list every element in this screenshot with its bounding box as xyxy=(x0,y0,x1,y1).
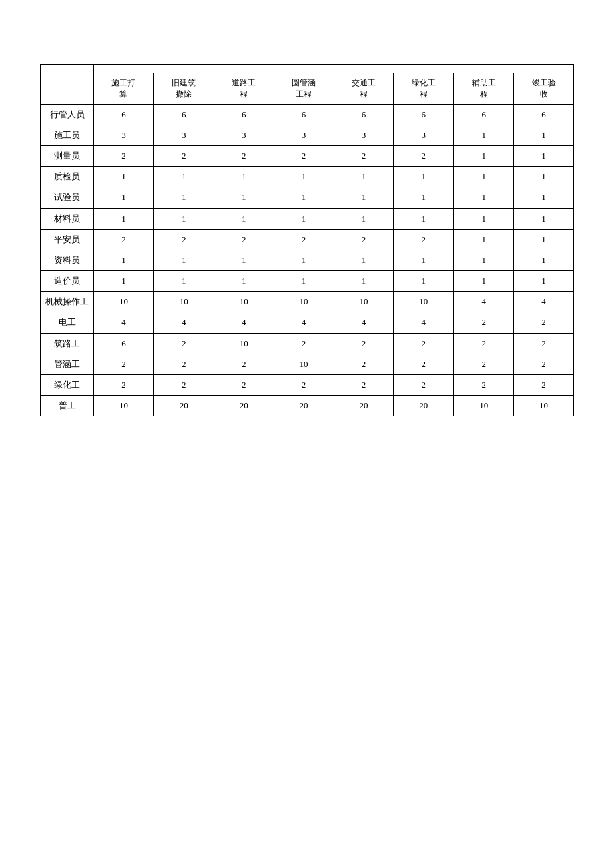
value-cell: 3 xyxy=(394,125,454,145)
phase-header xyxy=(94,65,574,73)
work-type-cell: 机械操作工 xyxy=(41,292,94,312)
value-cell: 2 xyxy=(214,145,274,166)
value-cell: 4 xyxy=(454,292,514,312)
value-cell: 1 xyxy=(394,208,454,229)
value-cell: 1 xyxy=(514,250,574,270)
table-row: 绿化工22222222 xyxy=(41,375,574,396)
value-cell: 6 xyxy=(94,104,154,125)
phase-sub-header: 施工打 算 xyxy=(94,73,154,105)
table-row: 试验员11111111 xyxy=(41,187,574,208)
phase-sub-header: 旧建筑 撤除 xyxy=(154,73,214,105)
value-cell: 20 xyxy=(334,396,394,416)
value-cell: 10 xyxy=(94,396,154,416)
value-cell: 2 xyxy=(274,145,334,166)
value-cell: 2 xyxy=(214,229,274,250)
value-cell: 1 xyxy=(514,208,574,229)
value-cell: 6 xyxy=(94,333,154,354)
table-row: 电工44444422 xyxy=(41,312,574,333)
value-cell: 10 xyxy=(274,292,334,312)
value-cell: 1 xyxy=(274,250,334,270)
table-row: 筑路工621022222 xyxy=(41,333,574,354)
table-row: 行管人员66666666 xyxy=(41,104,574,125)
value-cell: 2 xyxy=(334,354,394,374)
work-type-cell: 平安员 xyxy=(41,229,94,250)
value-cell: 1 xyxy=(454,229,514,250)
value-cell: 1 xyxy=(514,271,574,292)
value-cell: 1 xyxy=(334,208,394,229)
value-cell: 1 xyxy=(394,167,454,187)
value-cell: 1 xyxy=(274,271,334,292)
value-cell: 2 xyxy=(334,145,394,166)
value-cell: 3 xyxy=(154,125,214,145)
labor-plan-table: 施工打 算旧建筑 撤除道路工 程圆管涵 工程交通工 程绿化工 程辅助工 程竣工验… xyxy=(40,64,574,416)
value-cell: 2 xyxy=(334,375,394,396)
table-row: 质检员11111111 xyxy=(41,167,574,187)
table-row: 资料员11111111 xyxy=(41,250,574,270)
value-cell: 6 xyxy=(154,104,214,125)
value-cell: 10 xyxy=(514,396,574,416)
value-cell: 2 xyxy=(274,229,334,250)
value-cell: 1 xyxy=(454,271,514,292)
value-cell: 2 xyxy=(274,375,334,396)
phase-sub-header: 交通工 程 xyxy=(334,73,394,105)
value-cell: 2 xyxy=(454,354,514,374)
value-cell: 10 xyxy=(274,354,334,374)
value-cell: 2 xyxy=(334,333,394,354)
work-type-cell: 行管人员 xyxy=(41,104,94,125)
value-cell: 10 xyxy=(214,333,274,354)
value-cell: 2 xyxy=(514,354,574,374)
value-cell: 20 xyxy=(154,396,214,416)
table-row: 机械操作工10101010101044 xyxy=(41,292,574,312)
value-cell: 1 xyxy=(394,271,454,292)
value-cell: 1 xyxy=(454,208,514,229)
value-cell: 1 xyxy=(214,208,274,229)
work-type-cell: 电工 xyxy=(41,312,94,333)
value-cell: 2 xyxy=(454,312,514,333)
value-cell: 6 xyxy=(394,104,454,125)
value-cell: 1 xyxy=(214,250,274,270)
value-cell: 1 xyxy=(514,125,574,145)
work-type-cell: 试验员 xyxy=(41,187,94,208)
value-cell: 1 xyxy=(394,250,454,270)
phase-sub-header: 辅助工 程 xyxy=(454,73,514,105)
value-cell: 6 xyxy=(334,104,394,125)
value-cell: 2 xyxy=(394,145,454,166)
value-cell: 20 xyxy=(394,396,454,416)
value-cell: 2 xyxy=(274,333,334,354)
work-type-cell: 施工员 xyxy=(41,125,94,145)
value-cell: 2 xyxy=(454,375,514,396)
value-cell: 10 xyxy=(334,292,394,312)
work-type-cell: 管涵工 xyxy=(41,354,94,374)
value-cell: 1 xyxy=(454,145,514,166)
value-cell: 2 xyxy=(154,375,214,396)
value-cell: 1 xyxy=(334,250,394,270)
value-cell: 2 xyxy=(214,375,274,396)
work-type-cell: 造价员 xyxy=(41,271,94,292)
value-cell: 2 xyxy=(514,333,574,354)
value-cell: 4 xyxy=(94,312,154,333)
value-cell: 1 xyxy=(214,167,274,187)
work-type-cell: 质检员 xyxy=(41,167,94,187)
value-cell: 2 xyxy=(154,229,214,250)
work-type-cell: 普工 xyxy=(41,396,94,416)
value-cell: 1 xyxy=(274,187,334,208)
value-cell: 2 xyxy=(514,375,574,396)
value-cell: 2 xyxy=(154,145,214,166)
value-cell: 1 xyxy=(334,167,394,187)
value-cell: 1 xyxy=(94,250,154,270)
unit-label xyxy=(40,37,574,59)
value-cell: 2 xyxy=(394,333,454,354)
table-row: 施工员33333311 xyxy=(41,125,574,145)
table-row: 普工1020202020201010 xyxy=(41,396,574,416)
value-cell: 1 xyxy=(274,167,334,187)
value-cell: 6 xyxy=(274,104,334,125)
table-row: 平安员22222211 xyxy=(41,229,574,250)
table-row: 材料员11111111 xyxy=(41,208,574,229)
value-cell: 3 xyxy=(214,125,274,145)
value-cell: 10 xyxy=(154,292,214,312)
value-cell: 1 xyxy=(514,145,574,166)
value-cell: 4 xyxy=(334,312,394,333)
value-cell: 1 xyxy=(454,250,514,270)
value-cell: 4 xyxy=(514,292,574,312)
table-row: 测量员22222211 xyxy=(41,145,574,166)
